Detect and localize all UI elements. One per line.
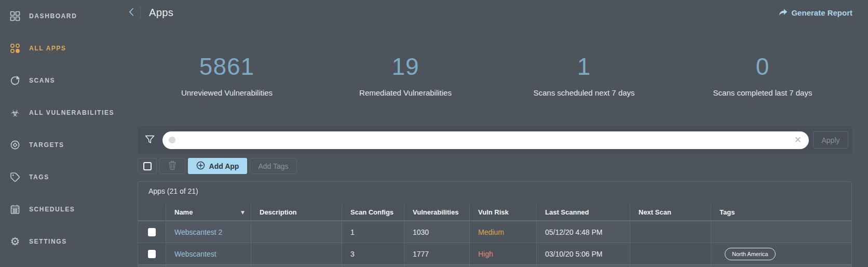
filter-bar: ✕ Apply (138, 126, 852, 154)
all-apps-icon (9, 43, 21, 54)
table-title: Apps (21 of 21) (138, 182, 851, 198)
column-header-name[interactable]: Name▼ (166, 204, 251, 220)
column-header-vuln-risk[interactable]: Vuln Risk (470, 204, 537, 220)
trash-icon (168, 161, 177, 171)
sidebar-item-schedules[interactable]: SCHEDULES (0, 193, 130, 225)
row-checkbox[interactable] (148, 228, 156, 236)
sidebar-item-label: SCANS (29, 77, 55, 84)
row-checkbox-cell (138, 221, 166, 243)
stat-label: Scans scheduled next 7 days (495, 88, 673, 97)
column-header-scan-configs[interactable]: Scan Configs (342, 204, 404, 220)
column-header-label: Next Scan (639, 208, 671, 216)
funnel-icon (145, 135, 155, 145)
cell-empty (470, 265, 537, 267)
stat-card: 0Scans completed last 7 days (673, 54, 852, 97)
cell-vulnerabilities: 1777 (404, 243, 470, 264)
sidebar-item-targets[interactable]: TARGETS (0, 129, 130, 161)
sidebar-item-tags[interactable]: TAGS (0, 161, 130, 193)
sidebar-item-dashboard[interactable]: DASHBOARD (0, 0, 130, 32)
column-header-checkbox (138, 204, 166, 220)
app-name-link[interactable]: Webscantest (174, 250, 216, 258)
filter-search-pill: ✕ (162, 131, 809, 149)
stats-row: 5861Unreviewed Vulnerabilities19Remediat… (138, 54, 852, 97)
cell-empty (537, 265, 630, 267)
stat-value: 5861 (138, 54, 316, 79)
column-header-label: Description (260, 208, 297, 216)
cell-scan-configs: 1 (342, 221, 404, 243)
target-icon (9, 139, 21, 151)
sidebar-item-label: SCHEDULES (29, 206, 75, 213)
column-header-label: Last Scanned (545, 208, 589, 216)
table-row: Webscantest31777High03/10/20 5:06 PMNort… (138, 243, 851, 264)
sidebar-item-label: TARGETS (29, 141, 64, 149)
tag-icon (9, 171, 21, 183)
column-header-label: Vulnerabilities (413, 208, 458, 216)
stat-label: Scans completed last 7 days (673, 88, 852, 97)
main-content: Apps Generate Report 5861Unreviewed Vuln… (130, 0, 868, 267)
cell-empty (404, 265, 470, 267)
column-header-label: Scan Configs (350, 208, 394, 216)
gear-icon: ⚙ (9, 236, 21, 247)
sort-desc-icon: ▼ (241, 210, 245, 215)
cell-vuln-risk: High (470, 243, 537, 264)
column-header-label: Name (174, 208, 193, 216)
cell-tags: North America (711, 243, 851, 264)
table-header-row: Name▼DescriptionScan ConfigsVulnerabilit… (138, 204, 851, 221)
stat-card: 1Scans scheduled next 7 days (495, 54, 673, 97)
cell-next-scan (630, 243, 711, 264)
sidebar-item-label: DASHBOARD (29, 12, 77, 20)
stat-label: Unreviewed Vulnerabilities (138, 88, 316, 97)
circle-plus-icon (196, 161, 205, 171)
add-app-button[interactable]: Add App (188, 158, 247, 174)
sidebar-item-label: ALL APPS (29, 45, 66, 52)
column-header-tags[interactable]: Tags (711, 204, 851, 220)
cell-description (251, 243, 342, 264)
sidebar-item-all-vulnerabilities[interactable]: ☣ALL VULNERABILITIES (0, 97, 130, 129)
back-button[interactable] (126, 6, 137, 19)
select-all-checkbox[interactable] (138, 158, 157, 174)
column-header-last-scanned[interactable]: Last Scanned (537, 204, 630, 220)
app-name-link[interactable]: Webscantest 2 (174, 228, 222, 236)
cell-empty (630, 265, 711, 267)
cell-empty (251, 265, 342, 267)
tag-pill[interactable]: North America (725, 248, 776, 260)
cell-name: Webscantest 2 (166, 221, 251, 243)
cell-empty (342, 265, 404, 267)
filter-search-input[interactable] (180, 136, 794, 144)
column-header-vulnerabilities[interactable]: Vulnerabilities (404, 204, 470, 220)
sidebar-item-all-apps[interactable]: ALL APPS (0, 32, 130, 64)
delete-button[interactable] (159, 158, 185, 174)
checkbox-icon (143, 162, 152, 170)
page-header: Apps Generate Report (130, 0, 868, 25)
cell-next-scan (630, 221, 711, 243)
sidebar-item-label: TAGS (29, 173, 49, 181)
generate-report-label: Generate Report (791, 8, 852, 17)
row-checkbox[interactable] (148, 250, 156, 258)
search-dot-icon (169, 137, 175, 143)
chevron-left-icon (128, 7, 135, 18)
filter-funnel-button[interactable] (141, 131, 158, 149)
column-header-next-scan[interactable]: Next Scan (630, 204, 711, 220)
sidebar-item-scans[interactable]: SCANS (0, 64, 130, 97)
apply-button[interactable]: Apply (813, 131, 848, 149)
cell-last-scanned: 05/12/20 4:48 PM (537, 221, 630, 243)
stat-label: Remediated Vulnerabilities (316, 88, 495, 97)
sidebar-item-settings[interactable]: ⚙SETTINGS (0, 225, 130, 258)
add-tags-button[interactable]: Add Tags (250, 158, 297, 174)
sidebar-item-label: SETTINGS (29, 238, 67, 245)
column-header-label: Tags (720, 208, 735, 216)
stat-value: 1 (495, 54, 673, 79)
sidebar-nav: DASHBOARDALL APPSSCANS☣ALL VULNERABILITI… (0, 0, 130, 267)
app-root: DASHBOARDALL APPSSCANS☣ALL VULNERABILITI… (0, 0, 868, 267)
cell-vulnerabilities: 1030 (404, 221, 470, 243)
generate-report-button[interactable]: Generate Report (779, 8, 852, 17)
cell-description (251, 221, 342, 243)
stat-value: 0 (673, 54, 852, 79)
cell-empty (138, 265, 166, 267)
share-arrow-icon (779, 8, 788, 17)
column-header-description[interactable]: Description (251, 204, 342, 220)
cell-empty (711, 265, 851, 267)
stat-value: 19 (316, 54, 495, 79)
cell-scan-configs: 3 (342, 243, 404, 264)
clear-x-icon[interactable]: ✕ (794, 136, 802, 144)
